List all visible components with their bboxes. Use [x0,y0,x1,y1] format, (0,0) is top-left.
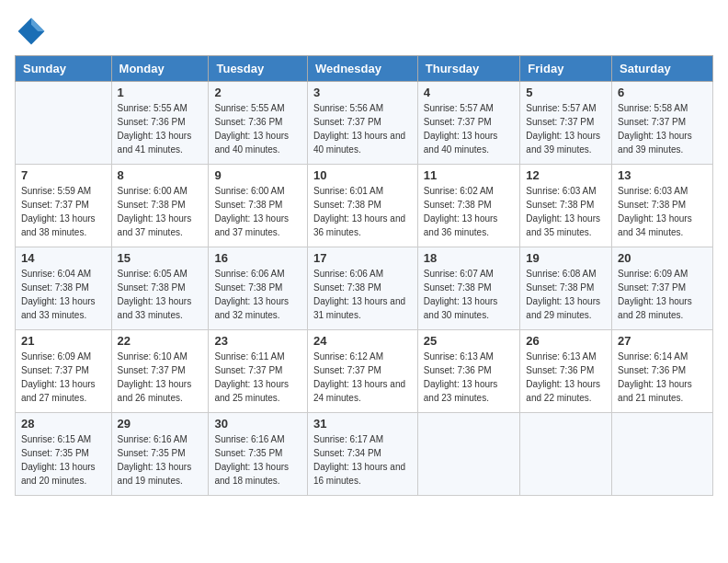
calendar-cell: 14Sunrise: 6:04 AMSunset: 7:38 PMDayligh… [16,247,112,330]
cell-info: Sunrise: 6:16 AMSunset: 7:35 PMDaylight:… [214,432,301,488]
calendar-week-row: 1Sunrise: 5:55 AMSunset: 7:36 PMDaylight… [16,82,713,165]
header-saturday: Saturday [612,56,713,82]
calendar-week-row: 28Sunrise: 6:15 AMSunset: 7:35 PMDayligh… [16,413,713,496]
day-number: 11 [424,168,515,182]
day-number: 1 [118,86,203,99]
day-number: 24 [313,334,412,348]
calendar-cell: 9Sunrise: 6:00 AMSunset: 7:38 PMDaylight… [209,165,308,247]
day-number: 21 [21,334,106,348]
cell-info: Sunrise: 6:00 AMSunset: 7:38 PMDaylight:… [118,184,203,239]
calendar-cell: 6Sunrise: 5:58 AMSunset: 7:37 PMDaylight… [612,82,713,165]
calendar-cell: 24Sunrise: 6:12 AMSunset: 7:37 PMDayligh… [307,330,417,413]
calendar-cell: 21Sunrise: 6:09 AMSunset: 7:37 PMDayligh… [16,330,112,413]
calendar-cell: 17Sunrise: 6:06 AMSunset: 7:38 PMDayligh… [307,247,417,330]
cell-info: Sunrise: 6:10 AMSunset: 7:37 PMDaylight:… [118,350,203,405]
calendar-cell: 27Sunrise: 6:14 AMSunset: 7:36 PMDayligh… [612,330,713,413]
day-number: 14 [21,251,106,265]
cell-info: Sunrise: 6:07 AMSunset: 7:38 PMDaylight:… [424,267,515,322]
cell-info: Sunrise: 6:09 AMSunset: 7:37 PMDaylight:… [618,267,707,322]
day-number: 22 [118,334,203,348]
cell-info: Sunrise: 6:11 AMSunset: 7:37 PMDaylight:… [214,350,301,405]
day-number: 19 [526,251,606,265]
header-thursday: Thursday [417,56,520,82]
day-number: 7 [21,168,106,182]
day-number: 20 [618,251,707,265]
calendar-cell [16,82,112,165]
calendar-cell [612,413,713,496]
header-tuesday: Tuesday [209,56,308,82]
cell-info: Sunrise: 6:08 AMSunset: 7:38 PMDaylight:… [526,267,606,322]
calendar-week-row: 7Sunrise: 5:59 AMSunset: 7:37 PMDaylight… [16,165,713,247]
cell-info: Sunrise: 6:02 AMSunset: 7:38 PMDaylight:… [424,184,515,239]
cell-info: Sunrise: 6:05 AMSunset: 7:38 PMDaylight:… [118,267,203,322]
calendar-cell: 30Sunrise: 6:16 AMSunset: 7:35 PMDayligh… [209,413,308,496]
calendar-cell: 15Sunrise: 6:05 AMSunset: 7:38 PMDayligh… [111,247,209,330]
cell-info: Sunrise: 6:06 AMSunset: 7:38 PMDaylight:… [214,267,301,322]
day-number: 27 [618,334,707,348]
calendar-cell: 26Sunrise: 6:13 AMSunset: 7:36 PMDayligh… [520,330,612,413]
calendar-cell: 2Sunrise: 5:55 AMSunset: 7:36 PMDaylight… [209,82,308,165]
logo-icon [15,15,48,48]
calendar-cell: 25Sunrise: 6:13 AMSunset: 7:36 PMDayligh… [417,330,520,413]
day-number: 15 [118,251,203,265]
cell-info: Sunrise: 6:17 AMSunset: 7:34 PMDaylight:… [313,432,412,488]
day-number: 16 [214,251,301,265]
cell-info: Sunrise: 6:03 AMSunset: 7:38 PMDaylight:… [618,184,707,239]
cell-info: Sunrise: 6:06 AMSunset: 7:38 PMDaylight:… [313,267,412,322]
day-number: 10 [313,168,412,182]
cell-info: Sunrise: 6:03 AMSunset: 7:38 PMDaylight:… [526,184,606,239]
cell-info: Sunrise: 5:57 AMSunset: 7:37 PMDaylight:… [526,101,606,156]
calendar-cell: 13Sunrise: 6:03 AMSunset: 7:38 PMDayligh… [612,165,713,247]
day-number: 31 [313,417,412,431]
day-number: 9 [214,168,301,182]
calendar-cell: 28Sunrise: 6:15 AMSunset: 7:35 PMDayligh… [16,413,112,496]
cell-info: Sunrise: 6:14 AMSunset: 7:36 PMDaylight:… [618,350,707,405]
calendar-cell: 10Sunrise: 6:01 AMSunset: 7:38 PMDayligh… [307,165,417,247]
day-number: 29 [118,417,203,431]
day-number: 6 [618,86,707,99]
cell-info: Sunrise: 6:16 AMSunset: 7:35 PMDaylight:… [118,432,203,488]
day-number: 18 [424,251,515,265]
calendar-cell: 1Sunrise: 5:55 AMSunset: 7:36 PMDaylight… [111,82,209,165]
cell-info: Sunrise: 5:57 AMSunset: 7:37 PMDaylight:… [424,101,515,156]
header-sunday: Sunday [16,56,112,82]
calendar-cell: 5Sunrise: 5:57 AMSunset: 7:37 PMDaylight… [520,82,612,165]
cell-info: Sunrise: 6:15 AMSunset: 7:35 PMDaylight:… [21,432,106,488]
calendar-cell: 7Sunrise: 5:59 AMSunset: 7:37 PMDaylight… [16,165,112,247]
calendar-week-row: 21Sunrise: 6:09 AMSunset: 7:37 PMDayligh… [16,330,713,413]
calendar-cell: 22Sunrise: 6:10 AMSunset: 7:37 PMDayligh… [111,330,209,413]
cell-info: Sunrise: 5:55 AMSunset: 7:36 PMDaylight:… [118,101,203,156]
day-number: 25 [424,334,515,348]
day-number: 23 [214,334,301,348]
cell-info: Sunrise: 6:13 AMSunset: 7:36 PMDaylight:… [526,350,606,405]
day-number: 26 [526,334,606,348]
calendar-cell: 4Sunrise: 5:57 AMSunset: 7:37 PMDaylight… [417,82,520,165]
day-number: 8 [118,168,203,182]
calendar-cell: 16Sunrise: 6:06 AMSunset: 7:38 PMDayligh… [209,247,308,330]
cell-info: Sunrise: 6:09 AMSunset: 7:37 PMDaylight:… [21,350,106,405]
calendar-cell: 23Sunrise: 6:11 AMSunset: 7:37 PMDayligh… [209,330,308,413]
day-number: 30 [214,417,301,431]
day-number: 3 [313,86,412,99]
cell-info: Sunrise: 6:12 AMSunset: 7:37 PMDaylight:… [313,350,412,405]
page-header [15,15,713,48]
calendar-cell [520,413,612,496]
calendar-cell: 3Sunrise: 5:56 AMSunset: 7:37 PMDaylight… [307,82,417,165]
calendar-cell: 8Sunrise: 6:00 AMSunset: 7:38 PMDaylight… [111,165,209,247]
calendar-cell: 20Sunrise: 6:09 AMSunset: 7:37 PMDayligh… [612,247,713,330]
header-friday: Friday [520,56,612,82]
calendar-cell: 12Sunrise: 6:03 AMSunset: 7:38 PMDayligh… [520,165,612,247]
day-number: 28 [21,417,106,431]
day-number: 17 [313,251,412,265]
cell-info: Sunrise: 6:01 AMSunset: 7:38 PMDaylight:… [313,184,412,239]
day-number: 4 [424,86,515,99]
calendar-header-row: SundayMondayTuesdayWednesdayThursdayFrid… [16,56,713,82]
day-number: 13 [618,168,707,182]
header-monday: Monday [111,56,209,82]
calendar-cell: 11Sunrise: 6:02 AMSunset: 7:38 PMDayligh… [417,165,520,247]
cell-info: Sunrise: 6:00 AMSunset: 7:38 PMDaylight:… [214,184,301,239]
cell-info: Sunrise: 6:04 AMSunset: 7:38 PMDaylight:… [21,267,106,322]
calendar-cell [417,413,520,496]
cell-info: Sunrise: 6:13 AMSunset: 7:36 PMDaylight:… [424,350,515,405]
calendar-cell: 19Sunrise: 6:08 AMSunset: 7:38 PMDayligh… [520,247,612,330]
